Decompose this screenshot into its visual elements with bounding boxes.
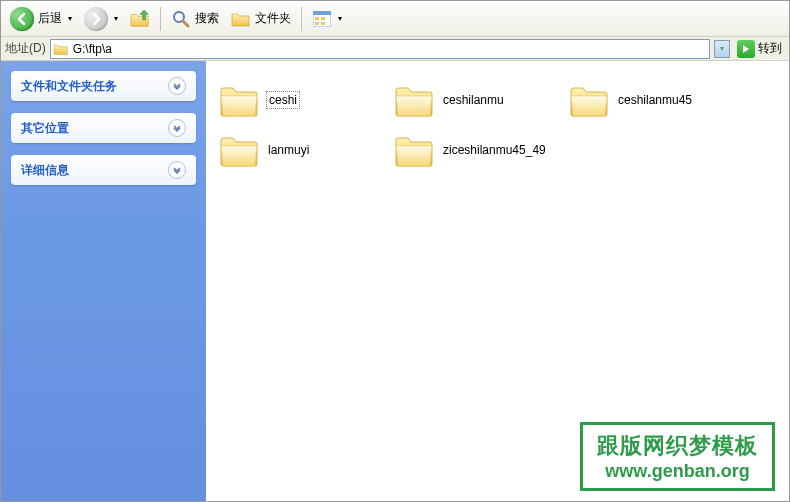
folder-item[interactable]: ceshilanmu45 xyxy=(566,75,741,125)
task-title: 文件和文件夹任务 xyxy=(21,78,117,95)
folder-icon xyxy=(53,42,69,56)
task-box-file-folder[interactable]: 文件和文件夹任务 xyxy=(11,71,196,101)
forward-icon xyxy=(84,7,108,31)
folder-item[interactable]: ceshilanmu xyxy=(391,75,566,125)
folder-name: ceshi xyxy=(266,91,300,109)
folder-name: ceshilanmu45 xyxy=(616,92,694,108)
folder-name: ceshilanmu xyxy=(441,92,506,108)
chevron-down-icon: ▾ xyxy=(114,14,118,23)
back-button[interactable]: 后退 ▾ xyxy=(5,4,77,34)
svg-rect-5 xyxy=(315,22,319,25)
views-icon xyxy=(312,9,332,29)
folder-up-icon xyxy=(130,9,150,29)
task-box-other-places[interactable]: 其它位置 xyxy=(11,113,196,143)
folders-label: 文件夹 xyxy=(255,10,291,27)
chevron-down-icon xyxy=(168,161,186,179)
back-icon xyxy=(10,7,34,31)
side-panel: 文件和文件夹任务 其它位置 详细信息 xyxy=(1,61,206,501)
folder-name: ziceshilanmu45_49 xyxy=(441,142,548,158)
folder-name: lanmuyi xyxy=(266,142,311,158)
chevron-down-icon: ▾ xyxy=(68,14,72,23)
go-icon xyxy=(737,40,755,58)
go-label: 转到 xyxy=(758,40,782,57)
folder-item[interactable]: lanmuyi xyxy=(216,125,391,175)
main-area: 文件和文件夹任务 其它位置 详细信息 ceshi ceshilanmu cesh… xyxy=(1,61,789,501)
toolbar-separator xyxy=(301,7,302,31)
watermark: 跟版网织梦模板 www.genban.org xyxy=(580,422,775,491)
folder-grid: ceshi ceshilanmu ceshilanmu45 lanmuyi zi… xyxy=(216,75,779,175)
svg-rect-3 xyxy=(313,11,331,15)
search-label: 搜索 xyxy=(195,10,219,27)
search-button[interactable]: 搜索 xyxy=(166,4,224,34)
toolbar-separator xyxy=(160,7,161,31)
go-button[interactable]: 转到 xyxy=(734,39,785,59)
folders-icon xyxy=(231,9,251,29)
svg-rect-6 xyxy=(321,17,325,20)
chevron-down-icon xyxy=(168,119,186,137)
svg-line-1 xyxy=(183,21,188,26)
task-title: 详细信息 xyxy=(21,162,69,179)
address-bar: 地址(D) ▾ 转到 xyxy=(1,37,789,61)
address-input[interactable] xyxy=(69,42,707,56)
toolbar: 后退 ▾ ▾ 搜索 文件夹 xyxy=(1,1,789,37)
folders-button[interactable]: 文件夹 xyxy=(226,4,296,34)
folder-item[interactable]: ziceshilanmu45_49 xyxy=(391,125,566,175)
folder-item[interactable]: ceshi xyxy=(216,75,391,125)
forward-button[interactable]: ▾ xyxy=(79,4,123,34)
svg-rect-7 xyxy=(321,22,325,25)
search-icon xyxy=(171,9,191,29)
svg-rect-4 xyxy=(315,17,319,20)
address-input-wrap[interactable] xyxy=(50,39,710,59)
address-dropdown[interactable]: ▾ xyxy=(714,40,730,58)
address-label: 地址(D) xyxy=(5,40,46,57)
content-pane[interactable]: ceshi ceshilanmu ceshilanmu45 lanmuyi zi… xyxy=(206,61,789,501)
up-button[interactable] xyxy=(125,4,155,34)
task-title: 其它位置 xyxy=(21,120,69,137)
watermark-url: www.genban.org xyxy=(597,461,758,482)
back-label: 后退 xyxy=(38,10,62,27)
chevron-down-icon: ▾ xyxy=(338,14,342,23)
views-button[interactable]: ▾ xyxy=(307,4,347,34)
watermark-text-cn: 跟版网织梦模板 xyxy=(597,431,758,461)
chevron-down-icon xyxy=(168,77,186,95)
task-box-details[interactable]: 详细信息 xyxy=(11,155,196,185)
